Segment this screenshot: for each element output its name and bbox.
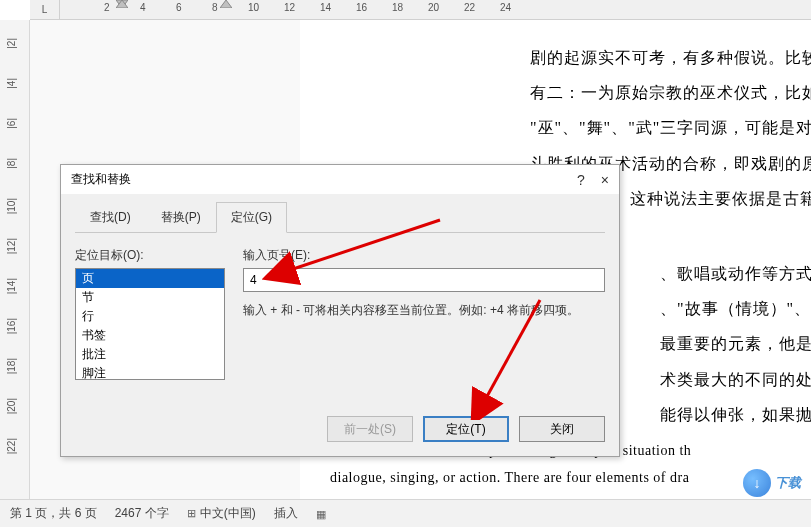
goto-target-label: 定位目标(O): xyxy=(75,247,225,264)
v-ruler-tick: |2| xyxy=(6,38,17,49)
tab-goto[interactable]: 定位(G) xyxy=(216,202,287,233)
v-ruler-tick: |8| xyxy=(6,158,17,169)
status-page[interactable]: 第 1 页，共 6 页 xyxy=(10,505,97,522)
option-page[interactable]: 页 xyxy=(76,269,224,288)
horizontal-ruler: L 2 4 6 8 10 12 14 16 18 20 22 24 xyxy=(30,0,811,20)
option-section[interactable]: 节 xyxy=(76,288,224,307)
svg-marker-2 xyxy=(220,0,232,8)
v-ruler-tick: |4| xyxy=(6,78,17,89)
ruler-tick: 2 xyxy=(104,2,110,13)
text-line: dialogue, singing, or action. There are … xyxy=(330,467,810,488)
v-ruler-tick: |12| xyxy=(6,238,17,254)
dialog-titlebar[interactable]: 查找和替换 ? × xyxy=(61,165,619,194)
ruler-corner: L xyxy=(30,0,60,20)
dialog-close-button[interactable]: × xyxy=(601,172,609,188)
option-footnote[interactable]: 脚注 xyxy=(76,364,224,380)
text-line: 有二：一为原始宗教的巫术仪式，比如上古 xyxy=(530,75,810,110)
text-line: 、"故事（情境）"、"舞 xyxy=(660,291,810,326)
ruler-tick: 10 xyxy=(248,2,259,13)
ruler-tick: 24 xyxy=(500,2,511,13)
option-line[interactable]: 行 xyxy=(76,307,224,326)
find-replace-dialog: 查找和替换 ? × 查找(D) 替换(P) 定位(G) 定位目标(O): 页 节… xyxy=(60,164,620,457)
h-ruler-track: 2 4 6 8 10 12 14 16 18 20 22 24 xyxy=(60,0,811,19)
macro-icon: ▦ xyxy=(316,508,326,520)
ruler-tick: 18 xyxy=(392,2,403,13)
v-ruler-tick: |16| xyxy=(6,318,17,334)
indent-marker-right[interactable] xyxy=(220,0,232,8)
dialog-tabs: 查找(D) 替换(P) 定位(G) xyxy=(75,202,605,233)
tab-replace[interactable]: 替换(P) xyxy=(146,202,216,232)
v-ruler-tick: |10| xyxy=(6,198,17,214)
watermark-text: 下载 xyxy=(775,474,801,492)
status-language[interactable]: ⊞中文(中国) xyxy=(187,505,256,522)
text-line: 、歌唱或动作等方式表演 xyxy=(660,256,810,291)
v-ruler-tick: |22| xyxy=(6,438,17,454)
status-word-count[interactable]: 2467 个字 xyxy=(115,505,169,522)
v-ruler-tick: |6| xyxy=(6,118,17,129)
v-ruler-tick: |20| xyxy=(6,398,17,414)
status-macro-icon[interactable]: ▦ xyxy=(316,507,330,521)
page-number-input[interactable] xyxy=(243,268,605,292)
goto-button[interactable]: 定位(T) xyxy=(423,416,509,442)
status-insert-mode[interactable]: 插入 xyxy=(274,505,298,522)
goto-hint: 输入 + 和 - 可将相关内容移至当前位置。例如: +4 将前移四项。 xyxy=(243,302,605,319)
page-number-label: 输入页号(E): xyxy=(243,247,605,264)
tab-find[interactable]: 查找(D) xyxy=(75,202,146,232)
status-bar: 第 1 页，共 6 页 2467 个字 ⊞中文(中国) 插入 ▦ xyxy=(0,499,811,527)
ruler-tick: 16 xyxy=(356,2,367,13)
dialog-title: 查找和替换 xyxy=(71,171,131,188)
ruler-tick: 20 xyxy=(428,2,439,13)
v-ruler-tick: |14| xyxy=(6,278,17,294)
text-line: 剧的起源实不可考，有多种假说。比较主流 xyxy=(530,40,810,75)
ruler-tick: 14 xyxy=(320,2,331,13)
download-icon: ↓ xyxy=(743,469,771,497)
ruler-tick: 6 xyxy=(176,2,182,13)
indent-marker-bottom[interactable] xyxy=(116,0,128,8)
close-button[interactable]: 关闭 xyxy=(519,416,605,442)
svg-marker-1 xyxy=(116,0,128,8)
option-bookmark[interactable]: 书签 xyxy=(76,326,224,345)
ruler-tick: 8 xyxy=(212,2,218,13)
option-comment[interactable]: 批注 xyxy=(76,345,224,364)
language-icon: ⊞ xyxy=(187,507,196,519)
text-line: 能得以伸张，如果抛弃了 xyxy=(660,397,810,432)
text-line: 最重要的元素，他是角色 xyxy=(660,326,810,361)
watermark-logo: ↓ 下载 xyxy=(743,469,801,497)
ruler-tick: 4 xyxy=(140,2,146,13)
vertical-ruler: |2| |4| |6| |8| |10| |12| |14| |16| |18|… xyxy=(0,20,30,527)
dialog-help-button[interactable]: ? xyxy=(577,172,585,188)
v-ruler-tick: |18| xyxy=(6,358,17,374)
goto-target-listbox[interactable]: 页 节 行 书签 批注 脚注 xyxy=(75,268,225,380)
text-line: 术类最大的不同的处便在 xyxy=(660,362,810,397)
text-line: "巫"、"舞"、"武"三字同源，可能是对一种 xyxy=(530,110,810,145)
text-line: 这种说法主要依据是古籍 xyxy=(630,181,810,216)
ruler-tick: 12 xyxy=(284,2,295,13)
ruler-tick: 22 xyxy=(464,2,475,13)
dialog-body: 查找(D) 替换(P) 定位(G) 定位目标(O): 页 节 行 书签 批注 脚… xyxy=(61,194,619,456)
previous-button: 前一处(S) xyxy=(327,416,413,442)
